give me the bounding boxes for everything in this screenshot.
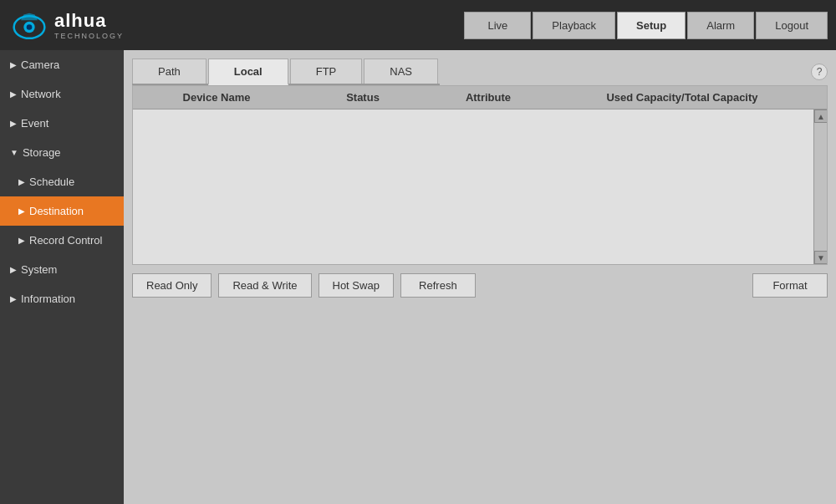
schedule-arrow-icon: ▶ — [18, 177, 25, 186]
col-header-status: Status — [300, 91, 426, 104]
help-icon[interactable]: ? — [811, 64, 828, 80]
scrollbar-track: ▲ ▼ — [813, 109, 827, 264]
sidebar-item-information[interactable]: ▶ Information — [0, 284, 124, 313]
nav-tab-playback[interactable]: Playback — [533, 12, 615, 39]
storage-table-container: Device Name Status Attribute Used Capaci… — [132, 85, 828, 265]
svg-point-2 — [27, 24, 33, 30]
nav-tabs: Live Playback Setup Alarm Logout — [464, 12, 828, 39]
tab-path[interactable]: Path — [132, 59, 206, 84]
network-arrow-icon: ▶ — [10, 89, 17, 99]
content-tabs: Path Local FTP NAS — [132, 59, 440, 85]
col-header-attribute: Attribute — [426, 91, 551, 104]
layout: ▶ Camera ▶ Network ▶ Event ▼ Storage ▶ S… — [0, 50, 836, 504]
sidebar-item-record-control[interactable]: ▶ Record Control — [0, 226, 124, 255]
table-body: ▲ ▼ — [133, 109, 827, 264]
col-header-device-name: Device Name — [133, 91, 300, 104]
information-arrow-icon: ▶ — [10, 294, 17, 303]
scrollbar-up-button[interactable]: ▲ — [814, 109, 827, 123]
system-arrow-icon: ▶ — [10, 265, 17, 274]
sidebar: ▶ Camera ▶ Network ▶ Event ▼ Storage ▶ S… — [0, 50, 124, 504]
destination-arrow-icon: ▶ — [18, 206, 25, 216]
refresh-button[interactable]: Refresh — [400, 273, 476, 298]
tabs-row: Path Local FTP NAS ? — [132, 59, 828, 85]
format-button[interactable]: Format — [752, 273, 828, 298]
header: alhua TECHNOLOGY Live Playback Setup Ala… — [0, 0, 836, 50]
sidebar-item-system[interactable]: ▶ System — [0, 255, 124, 284]
sidebar-item-destination[interactable]: ▶ Destination — [0, 196, 124, 226]
storage-arrow-icon: ▼ — [10, 148, 18, 157]
nav-tab-live[interactable]: Live — [464, 12, 531, 39]
col-header-capacity: Used Capacity/Total Capacity — [551, 91, 813, 104]
logo-svg — [8, 4, 50, 46]
sidebar-item-storage[interactable]: ▼ Storage — [0, 138, 124, 167]
main-content: Path Local FTP NAS ? Device Name Status … — [124, 50, 836, 504]
table-header: Device Name Status Attribute Used Capaci… — [133, 86, 827, 109]
nav-tab-setup[interactable]: Setup — [617, 12, 686, 39]
sidebar-item-network[interactable]: ▶ Network — [0, 79, 124, 109]
record-control-arrow-icon: ▶ — [18, 236, 25, 245]
nav-tab-logout[interactable]: Logout — [756, 12, 828, 39]
tab-nas[interactable]: NAS — [364, 59, 438, 84]
button-row: Read Only Read & Write Hot Swap Refresh … — [132, 265, 828, 306]
sidebar-item-event[interactable]: ▶ Event — [0, 109, 124, 138]
logo: alhua TECHNOLOGY — [8, 4, 124, 46]
camera-arrow-icon: ▶ — [10, 60, 17, 69]
nav-tab-alarm[interactable]: Alarm — [687, 12, 754, 39]
sidebar-item-schedule[interactable]: ▶ Schedule — [0, 167, 124, 196]
hot-swap-button[interactable]: Hot Swap — [319, 273, 394, 298]
read-only-button[interactable]: Read Only — [132, 273, 212, 298]
read-write-button[interactable]: Read & Write — [218, 273, 311, 298]
tab-local[interactable]: Local — [208, 59, 288, 85]
event-arrow-icon: ▶ — [10, 119, 17, 128]
tab-ftp[interactable]: FTP — [290, 59, 363, 84]
logo-subtitle: TECHNOLOGY — [54, 32, 124, 40]
scrollbar-down-button[interactable]: ▼ — [814, 251, 827, 264]
sidebar-item-camera[interactable]: ▶ Camera — [0, 50, 124, 79]
logo-text: alhua — [54, 10, 124, 32]
